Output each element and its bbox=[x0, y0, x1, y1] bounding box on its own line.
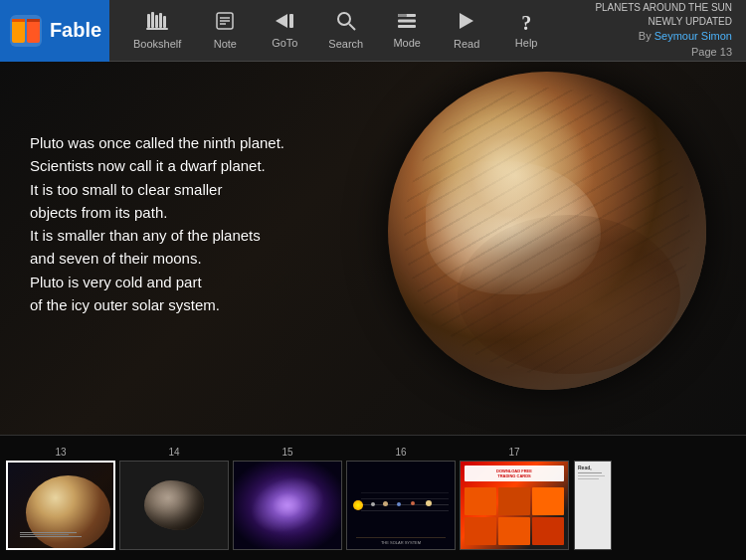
thumbnail-14[interactable]: 14 bbox=[119, 447, 229, 550]
svg-rect-7 bbox=[155, 15, 158, 28]
search-button[interactable]: Search bbox=[314, 5, 377, 56]
svg-rect-16 bbox=[289, 14, 293, 28]
author-prefix: By bbox=[639, 30, 652, 42]
thumbnail-13[interactable]: 13 bbox=[6, 447, 115, 550]
toolbar: Fable Bookshelf bbox=[0, 0, 746, 62]
mode-button[interactable]: Mode bbox=[377, 6, 437, 55]
search-icon bbox=[336, 11, 356, 36]
read-icon bbox=[458, 11, 475, 36]
thumb-14-label: 14 bbox=[168, 447, 179, 458]
thumb-16-label: 16 bbox=[395, 447, 406, 458]
svg-rect-4 bbox=[27, 19, 40, 22]
text-line-6: and seven of their moons. bbox=[30, 250, 202, 267]
author-line: By Seymour Simon bbox=[639, 29, 732, 44]
svg-rect-22 bbox=[398, 14, 407, 17]
main-content: Pluto was once called the ninth planet. … bbox=[0, 62, 746, 435]
fable-logo-icon bbox=[8, 13, 44, 49]
thumbnail-15[interactable]: 15 bbox=[233, 447, 342, 550]
thumbnail-partial[interactable]: Read, bbox=[573, 447, 613, 550]
goto-icon bbox=[274, 12, 295, 35]
thumb-15-label: 15 bbox=[281, 447, 292, 458]
thumbnail-17[interactable]: 17 DOWNLOAD FREETRADING CARDS bbox=[460, 447, 569, 550]
thumb-13-image bbox=[6, 461, 115, 550]
mode-label: Mode bbox=[393, 37, 421, 49]
read-label: Read bbox=[454, 38, 479, 50]
toolbar-book-info: PLANETS AROUND THE SUN NEWLY UPDATED By … bbox=[566, 1, 746, 60]
svg-marker-15 bbox=[276, 14, 287, 28]
pluto-shadow-region bbox=[458, 215, 680, 374]
read-button[interactable]: Read bbox=[437, 5, 496, 56]
svg-rect-10 bbox=[146, 28, 168, 30]
bookshelf-label: Bookshelf bbox=[133, 38, 181, 50]
svg-rect-8 bbox=[159, 13, 162, 28]
svg-line-18 bbox=[349, 24, 355, 30]
partial-thumb-text: Read, bbox=[578, 465, 608, 470]
thumb-17-label: 17 bbox=[508, 447, 519, 458]
text-line-7: Pluto is very cold and part bbox=[30, 274, 202, 290]
svg-rect-3 bbox=[12, 19, 25, 22]
page-text: Pluto was once called the ninth planet. … bbox=[30, 131, 284, 316]
search-label: Search bbox=[328, 38, 363, 50]
svg-rect-1 bbox=[12, 19, 25, 43]
thumbnail-16[interactable]: 16 bbox=[346, 447, 456, 550]
thumb-15-galaxy bbox=[234, 462, 341, 549]
goto-button[interactable]: GoTo bbox=[255, 6, 314, 55]
logo-text: Fable bbox=[50, 19, 101, 42]
note-button[interactable]: Note bbox=[195, 5, 255, 56]
help-button[interactable]: ? Help bbox=[496, 6, 556, 55]
toolbar-items: Bookshelf Note GoTo bbox=[109, 5, 566, 56]
text-line-5: It is smaller than any of the planets bbox=[30, 227, 261, 244]
note-icon bbox=[215, 11, 235, 36]
logo-area[interactable]: Fable bbox=[0, 0, 109, 62]
text-line-1: Pluto was once called the ninth planet. bbox=[30, 134, 284, 151]
note-label: Note bbox=[214, 38, 237, 50]
svg-rect-5 bbox=[147, 14, 150, 28]
pluto-planet-visual bbox=[388, 72, 726, 425]
svg-rect-20 bbox=[398, 20, 416, 23]
text-line-2: Scientists now call it a dwarf planet. bbox=[30, 157, 266, 174]
text-line-3: It is too small to clear smaller bbox=[30, 181, 222, 198]
svg-rect-2 bbox=[27, 19, 40, 43]
thumb-17-image: DOWNLOAD FREETRADING CARDS bbox=[460, 461, 569, 550]
page-number: Page 13 bbox=[691, 45, 732, 60]
thumb-partial-image: Read, bbox=[574, 461, 612, 550]
book-title: PLANETS AROUND THE SUN NEWLY UPDATED bbox=[566, 1, 732, 29]
thumb-14-image bbox=[119, 461, 229, 550]
help-label: Help bbox=[515, 37, 538, 49]
bookshelf-button[interactable]: Bookshelf bbox=[119, 5, 195, 56]
thumb-partial-label bbox=[592, 447, 595, 458]
text-line-8: of the icy outer solar system. bbox=[30, 296, 220, 313]
thumb-15-image bbox=[233, 461, 342, 550]
svg-marker-23 bbox=[460, 13, 473, 29]
svg-rect-6 bbox=[151, 12, 154, 28]
help-icon: ? bbox=[521, 12, 531, 35]
svg-point-17 bbox=[338, 13, 350, 25]
thumb-16-image: THE SOLAR SYSTEM bbox=[346, 461, 456, 550]
pluto-sphere bbox=[388, 72, 706, 390]
text-line-4: objects from its path. bbox=[30, 204, 167, 221]
bookshelf-icon bbox=[146, 11, 168, 36]
svg-rect-21 bbox=[398, 25, 416, 28]
thumbnail-strip: 13 14 15 bbox=[0, 435, 746, 560]
thumb-13-label: 13 bbox=[55, 447, 66, 458]
author-name[interactable]: Seymour Simon bbox=[654, 30, 732, 42]
svg-rect-9 bbox=[163, 16, 166, 28]
mode-icon bbox=[396, 12, 418, 35]
goto-label: GoTo bbox=[272, 37, 297, 49]
